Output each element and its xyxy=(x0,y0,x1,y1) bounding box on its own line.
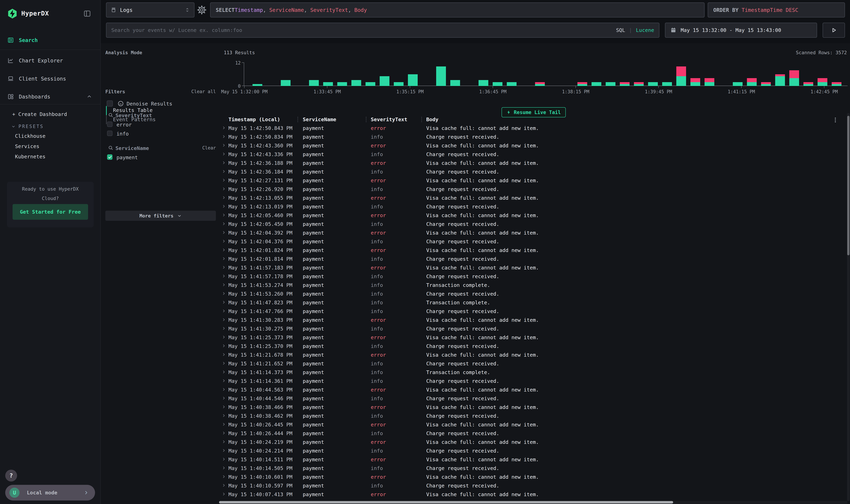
row-expand-chevron-icon[interactable] xyxy=(221,291,226,296)
table-row[interactable]: May 15 1:40:24.214 PMpaymentinfoCharge r… xyxy=(219,447,847,455)
row-expand-chevron-icon[interactable] xyxy=(221,430,226,436)
table-row[interactable]: May 15 1:40:24.219 PMpaymenterrorVisa ca… xyxy=(219,438,847,447)
time-range-picker[interactable]: May 15 13:32:00 - May 15 13:43:00 xyxy=(665,23,817,38)
row-expand-chevron-icon[interactable] xyxy=(221,396,226,401)
presets-toggle[interactable]: PRESETS xyxy=(11,124,44,129)
resume-live-tail-button[interactable]: Resume Live Tail xyxy=(502,107,566,118)
row-expand-chevron-icon[interactable] xyxy=(221,465,226,470)
filter-group-clear-button[interactable]: Clear xyxy=(202,145,216,150)
table-row[interactable]: May 15 1:41:25.373 PMpaymenterrorVisa ca… xyxy=(219,333,847,342)
denoise-label[interactable]: Denoise Results xyxy=(127,101,172,107)
table-row[interactable]: May 15 1:42:50.843 PMpaymenterrorVisa ca… xyxy=(219,124,847,132)
row-expand-chevron-icon[interactable] xyxy=(221,343,226,348)
row-expand-chevron-icon[interactable] xyxy=(221,282,226,287)
table-row[interactable]: May 15 1:41:30.283 PMpaymenterrorVisa ca… xyxy=(219,316,847,324)
row-expand-chevron-icon[interactable] xyxy=(221,483,226,488)
column-separator[interactable] xyxy=(366,117,366,122)
table-row[interactable]: May 15 1:42:36.188 PMpaymenterrorVisa ca… xyxy=(219,159,847,167)
row-expand-chevron-icon[interactable] xyxy=(221,221,226,227)
row-expand-chevron-icon[interactable] xyxy=(221,361,226,366)
sql-mode-button[interactable]: SQL xyxy=(616,27,625,33)
table-row[interactable]: May 15 1:42:04.392 PMpaymenterrorVisa ca… xyxy=(219,229,847,237)
row-expand-chevron-icon[interactable] xyxy=(221,352,226,357)
table-row[interactable]: May 15 1:41:47.823 PMpaymentinfoTransact… xyxy=(219,298,847,307)
checkbox-payment[interactable] xyxy=(107,154,112,160)
table-row[interactable]: May 15 1:41:53.274 PMpaymentinfoTransact… xyxy=(219,281,847,289)
table-row[interactable]: May 15 1:41:14.361 PMpaymentinfoCharge r… xyxy=(219,377,847,385)
row-expand-chevron-icon[interactable] xyxy=(221,178,226,183)
row-expand-chevron-icon[interactable] xyxy=(221,448,226,453)
table-row[interactable]: May 15 1:42:05.460 PMpaymenterrorVisa ca… xyxy=(219,211,847,220)
table-row[interactable]: May 15 1:42:27.131 PMpaymenterrorVisa ca… xyxy=(219,176,847,185)
table-row[interactable]: May 15 1:40:10.597 PMpaymentinfoCharge r… xyxy=(219,481,847,490)
row-expand-chevron-icon[interactable] xyxy=(221,439,226,444)
row-expand-chevron-icon[interactable] xyxy=(221,422,226,427)
row-expand-chevron-icon[interactable] xyxy=(221,186,226,192)
table-row[interactable]: May 15 1:40:44.563 PMpaymenterrorVisa ca… xyxy=(219,385,847,394)
table-row[interactable]: May 15 1:42:04.376 PMpaymentinfoCharge r… xyxy=(219,237,847,246)
run-query-button[interactable] xyxy=(822,23,845,38)
clear-all-button[interactable]: Clear all xyxy=(191,89,216,94)
sidebar-collapse-icon[interactable] xyxy=(83,10,91,18)
row-expand-chevron-icon[interactable] xyxy=(221,230,226,235)
table-row[interactable]: May 15 1:41:21.652 PMpaymentinfoCharge r… xyxy=(219,359,847,368)
vertical-scrollbar[interactable] xyxy=(847,113,850,501)
table-row[interactable]: May 15 1:41:25.370 PMpaymentinfoCharge r… xyxy=(219,342,847,350)
table-row[interactable]: May 15 1:40:14.505 PMpaymentinfoCharge r… xyxy=(219,464,847,473)
gear-icon[interactable] xyxy=(197,5,207,15)
row-expand-chevron-icon[interactable] xyxy=(221,125,226,130)
table-row[interactable]: May 15 1:41:14.373 PMpaymentinfoTransact… xyxy=(219,368,847,377)
checkbox-info[interactable] xyxy=(107,131,112,136)
table-row[interactable]: May 15 1:40:44.546 PMpaymentinfoCharge r… xyxy=(219,394,847,403)
sidebar-item-chart-explorer[interactable]: Chart Explorer xyxy=(0,56,101,65)
row-expand-chevron-icon[interactable] xyxy=(221,308,226,313)
horizontal-scrollbar-thumb[interactable] xyxy=(219,501,673,503)
row-expand-chevron-icon[interactable] xyxy=(221,326,226,331)
row-expand-chevron-icon[interactable] xyxy=(221,456,226,462)
help-button[interactable]: ? xyxy=(5,470,17,482)
sidebar-preset-services[interactable]: Services xyxy=(15,143,90,149)
denoise-checkbox[interactable] xyxy=(107,101,113,107)
filter-option-payment[interactable]: payment xyxy=(116,155,138,160)
vertical-scrollbar-thumb[interactable] xyxy=(847,116,849,255)
row-expand-chevron-icon[interactable] xyxy=(221,474,226,479)
table-row[interactable]: May 15 1:41:47.766 PMpaymentinfoCharge r… xyxy=(219,307,847,316)
table-row[interactable]: May 15 1:41:30.275 PMpaymentinfoCharge r… xyxy=(219,324,847,333)
table-options-kebab-icon[interactable] xyxy=(832,116,839,124)
create-dashboard-button[interactable]: + Create Dashboard xyxy=(12,111,67,117)
checkbox-error[interactable] xyxy=(107,122,112,127)
table-row[interactable]: May 15 1:42:26.920 PMpaymentinfoCharge r… xyxy=(219,185,847,194)
table-row[interactable]: May 15 1:42:50.834 PMpaymentinfoCharge r… xyxy=(219,132,847,141)
table-row[interactable]: May 15 1:41:53.260 PMpaymentinfoCharge r… xyxy=(219,289,847,298)
row-expand-chevron-icon[interactable] xyxy=(221,204,226,209)
row-expand-chevron-icon[interactable] xyxy=(221,404,226,410)
table-row[interactable]: May 15 1:41:57.178 PMpaymentinfoCharge r… xyxy=(219,272,847,281)
table-row[interactable]: May 15 1:40:26.445 PMpaymenterrorVisa ca… xyxy=(219,420,847,429)
table-row[interactable]: May 15 1:42:13.055 PMpaymenterrorVisa ca… xyxy=(219,194,847,202)
sidebar-item-dashboards[interactable]: Dashboards xyxy=(0,92,101,101)
search-input[interactable] xyxy=(111,27,616,33)
table-row[interactable]: May 15 1:41:21.678 PMpaymenterrorVisa ca… xyxy=(219,350,847,359)
row-expand-chevron-icon[interactable] xyxy=(221,238,226,244)
sidebar-item-client-sessions[interactable]: Client Sessions xyxy=(0,74,101,83)
more-filters-button[interactable]: More filters xyxy=(105,211,216,221)
source-select[interactable]: Logs xyxy=(106,2,195,17)
filter-option-error[interactable]: error xyxy=(116,122,132,128)
row-expand-chevron-icon[interactable] xyxy=(221,378,226,383)
row-expand-chevron-icon[interactable] xyxy=(221,491,226,497)
row-expand-chevron-icon[interactable] xyxy=(221,317,226,322)
user-menu[interactable]: U Local mode xyxy=(5,485,95,501)
row-expand-chevron-icon[interactable] xyxy=(221,370,226,375)
select-clause-input[interactable]: SELECT Timestamp, ServiceName, SeverityT… xyxy=(210,2,705,17)
sidebar-preset-kubernetes[interactable]: Kubernetes xyxy=(15,154,90,160)
sidebar-preset-clickhouse[interactable]: Clickhouse xyxy=(15,133,90,139)
column-separator[interactable] xyxy=(297,117,298,122)
row-expand-chevron-icon[interactable] xyxy=(221,273,226,279)
row-expand-chevron-icon[interactable] xyxy=(221,247,226,253)
row-expand-chevron-icon[interactable] xyxy=(221,151,226,157)
table-row[interactable]: May 15 1:42:05.450 PMpaymentinfoCharge r… xyxy=(219,220,847,229)
row-expand-chevron-icon[interactable] xyxy=(221,256,226,261)
table-row[interactable]: May 15 1:40:38.462 PMpaymentinfoCharge r… xyxy=(219,412,847,420)
row-expand-chevron-icon[interactable] xyxy=(221,265,226,270)
table-row[interactable]: May 15 1:42:43.336 PMpaymentinfoCharge r… xyxy=(219,150,847,159)
